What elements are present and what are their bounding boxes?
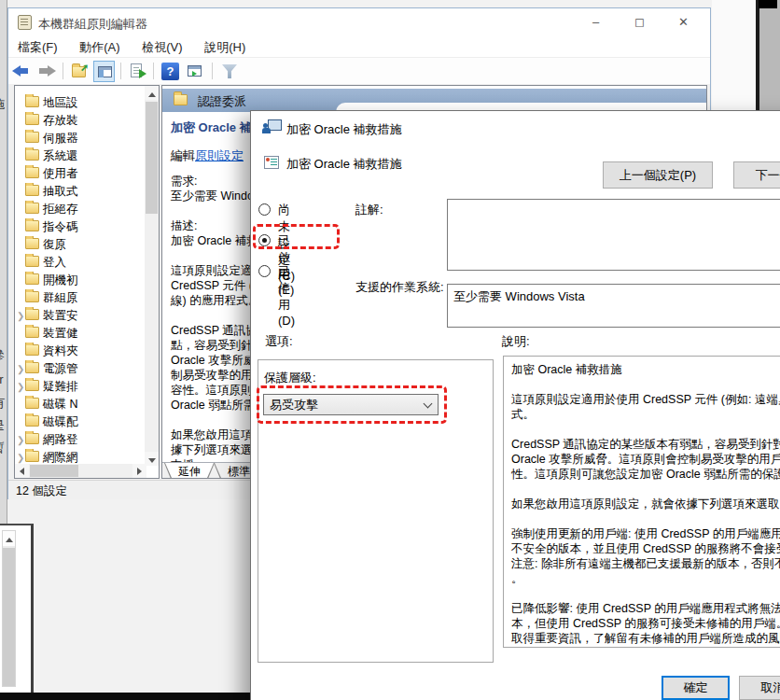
expand-chevron-icon[interactable]: ❯: [15, 307, 25, 325]
tree-item-label: 系統還: [43, 149, 78, 162]
menu-help[interactable]: 說明(H): [195, 36, 255, 57]
scroll-down-button[interactable]: [145, 452, 159, 466]
toolbar-separator: [212, 63, 213, 79]
chevron-right-icon: [137, 468, 142, 475]
tree-item[interactable]: 使用者: [15, 165, 146, 183]
export-list-icon[interactable]: [127, 61, 148, 82]
scrollbar-thumb[interactable]: [3, 548, 15, 686]
show-console-tree-icon[interactable]: [93, 61, 115, 82]
tree-item[interactable]: 伺服器: [15, 130, 146, 147]
tree-item[interactable]: 系統還: [15, 147, 146, 165]
supported-os-value: 至少需要 Windows Vista: [447, 284, 780, 328]
help-label: 說明:: [502, 333, 530, 350]
background-text-fragment: or: [0, 372, 7, 386]
tree-item[interactable]: 復原: [15, 236, 146, 254]
annotation-enabled-highlight: [253, 224, 340, 249]
tree-item[interactable]: 拒絕存: [15, 201, 146, 218]
tree-item[interactable]: 地區設: [15, 94, 146, 112]
menu-view[interactable]: 檢視(V): [132, 36, 191, 57]
help-icon[interactable]: ?: [160, 61, 181, 82]
background-text-fragment: 有: [0, 395, 7, 412]
folder-icon: [25, 149, 39, 161]
menu-file[interactable]: 檔案(F): [8, 36, 67, 57]
tree-item[interactable]: 抽取式: [15, 183, 146, 201]
forward-arrow-icon[interactable]: [36, 61, 58, 82]
filter-icon[interactable]: [218, 61, 240, 82]
tree-item[interactable]: ❯電源管: [15, 360, 146, 378]
tree-item[interactable]: ❯網路登: [15, 431, 146, 449]
tree-item[interactable]: ❯疑難排: [15, 378, 146, 396]
tree-item[interactable]: 磁碟配: [15, 413, 146, 431]
policy-setting-icon: [264, 156, 279, 169]
tree-item-label: 資料夾: [43, 344, 78, 357]
policy-setting-link[interactable]: 原則設定: [195, 148, 244, 162]
category-title: 認證委派: [198, 93, 246, 110]
previous-setting-button[interactable]: 上一個設定(P): [603, 161, 713, 189]
tree-item[interactable]: 指令碼: [15, 218, 146, 236]
next-setting-button[interactable]: 下一個設定(N): [733, 161, 780, 189]
fragment-scrollbar[interactable]: [2, 530, 16, 687]
folder-icon: [25, 433, 39, 444]
folder-icon: [25, 167, 39, 178]
chevron-up-icon: [6, 538, 13, 542]
tree-item-label: 電源管: [43, 362, 78, 375]
tree-item[interactable]: 裝置健: [15, 325, 146, 343]
tree-item-label: 網際網: [43, 451, 78, 464]
tree-item[interactable]: 存放裝: [15, 112, 146, 130]
tree-item[interactable]: 登入: [15, 254, 146, 272]
back-arrow-icon[interactable]: [11, 61, 33, 82]
folder-icon: [25, 291, 39, 302]
expand-chevron-icon[interactable]: ❯: [15, 378, 25, 396]
radio-icon[interactable]: [258, 265, 271, 277]
background-black-block: [759, 0, 777, 8]
tree-vertical-scrollbar[interactable]: [145, 86, 159, 466]
minimize-button[interactable]: –: [575, 8, 617, 36]
scroll-up-button[interactable]: [145, 86, 159, 100]
tree-item[interactable]: 資料夾: [15, 343, 146, 360]
expand-chevron-icon[interactable]: ❯: [15, 431, 25, 449]
radio-icon[interactable]: [258, 203, 271, 216]
scrollbar-thumb[interactable]: [30, 465, 78, 477]
chevron-up-icon: [148, 92, 156, 97]
tree-item-label: 拒絕存: [43, 203, 78, 216]
folder-icon: [25, 220, 39, 231]
screen: 施參or有是暫 本機群組原則編輯器 – ◻ ✕ 檔案(F) 動作(A) 檢視(V…: [0, 0, 780, 700]
scroll-right-button[interactable]: [132, 464, 146, 478]
background-window-fragment: [0, 524, 34, 694]
show-action-pane-icon[interactable]: [184, 61, 205, 82]
tree-item-label: 使用者: [43, 167, 78, 180]
up-folder-icon[interactable]: ➚: [69, 61, 91, 82]
folder-icon: [25, 327, 39, 338]
tree-item[interactable]: 群組原: [15, 289, 146, 307]
cancel-button[interactable]: 取消: [739, 676, 780, 700]
tree-item-label: 開機初: [43, 273, 78, 287]
folder-icon: [25, 96, 39, 107]
toolbar-separator: [153, 63, 154, 79]
status-text: 12 個設定: [16, 483, 67, 499]
tree-item-label: 網路登: [43, 433, 78, 446]
folder-icon: [25, 132, 39, 143]
title-bar[interactable]: 本機群組原則編輯器 – ◻ ✕: [8, 8, 710, 36]
scrollbar-thumb[interactable]: [146, 102, 158, 214]
tree-item[interactable]: 磁碟 N: [15, 396, 146, 413]
tree-item-label: 疑難排: [43, 380, 78, 393]
tree-item-label: 磁碟配: [43, 415, 78, 428]
options-label: 選項:: [265, 333, 293, 350]
scroll-left-button[interactable]: [15, 464, 29, 478]
menu-action[interactable]: 動作(A): [70, 36, 129, 57]
tree-item-label: 群組原: [43, 291, 78, 304]
scroll-up-button[interactable]: [3, 531, 15, 546]
tree-item[interactable]: 開機初: [15, 272, 146, 289]
comment-textarea[interactable]: [447, 199, 780, 271]
tree-item[interactable]: ❯裝置安: [15, 307, 146, 325]
folder-icon: [25, 451, 39, 462]
help-text-box[interactable]: 加密 Oracle 補救措施 這項原則設定適用於使用 CredSSP 元件 (例…: [503, 356, 780, 648]
expand-chevron-icon[interactable]: ❯: [15, 360, 25, 378]
tab-extended[interactable]: 延伸: [164, 463, 215, 479]
close-button[interactable]: ✕: [662, 8, 704, 36]
toolbar: ➚ ?: [8, 57, 710, 84]
maximize-button[interactable]: ◻: [619, 8, 661, 36]
background-text-fragment: 暫: [0, 440, 7, 456]
tree-horizontal-scrollbar[interactable]: [15, 464, 146, 478]
ok-button[interactable]: 確定: [662, 676, 730, 700]
